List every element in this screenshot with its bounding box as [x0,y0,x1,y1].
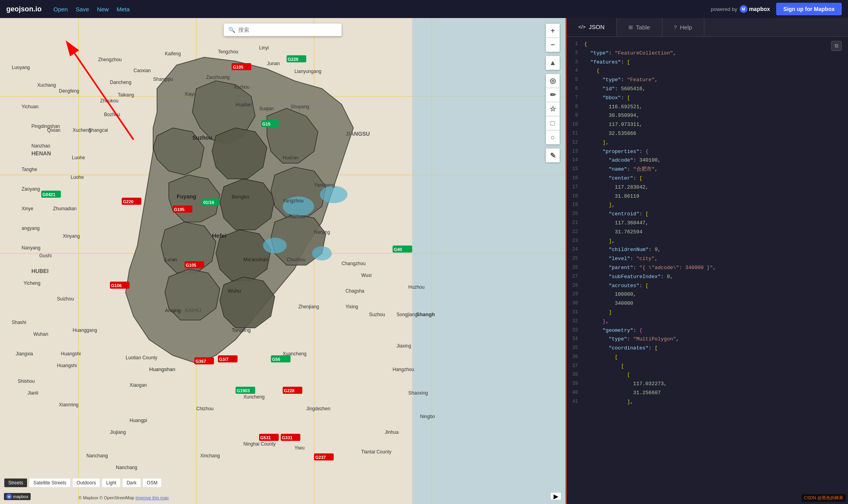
svg-text:Yangzhou: Yangzhou [283,198,303,204]
svg-text:Shashi: Shashi [12,320,26,325]
svg-text:Yiwu: Yiwu [294,445,305,451]
svg-text:Yixing: Yixing [345,304,358,309]
map-style-controls: Streets Satellite Streets Outdoors Light… [4,478,162,488]
line-number: 32 [567,318,584,326]
style-outdoors[interactable]: Outdoors [72,478,100,488]
line-number: 15 [567,166,584,174]
code-line: 3 "features": [ [567,58,848,67]
mapbox-text-small: mapbox [13,494,28,499]
svg-text:Shuyang: Shuyang [291,104,309,109]
style-satellite[interactable]: Satellite Streets [29,478,71,488]
code-line: 27 "subFeatureIndex": 0, [567,273,848,282]
code-line: 40 31.256607 [567,389,848,398]
svg-text:HUBEI: HUBEI [31,268,49,274]
line-tool[interactable]: ✏ [546,88,560,102]
line-content: "childrenNum": 9, [584,246,848,254]
marker-tool[interactable]: ◎ [546,74,560,88]
code-line: 21 117.360447, [567,219,848,228]
zoom-in-button[interactable]: + [546,24,560,38]
tab-help[interactable]: ? Help [662,18,704,36]
map-area[interactable]: Suzhou Fuyang Bengbu Hefei Lu'an Ma'ansh… [0,18,565,504]
line-number: 24 [567,246,584,254]
style-streets[interactable]: Streets [4,478,27,488]
tab-table[interactable]: ⊞ Table [617,18,662,36]
svg-text:Gushi: Gushi [39,253,51,258]
line-content: 117.973311, [584,121,848,129]
line-number: 23 [567,237,584,246]
style-osm[interactable]: OSM [143,478,162,488]
svg-text:Huzhou: Huzhou [408,284,424,290]
svg-text:Jiangxia: Jiangxia [16,351,33,357]
line-content: "type": "MultiPolygon", [584,335,848,344]
svg-text:G106: G106 [111,283,122,288]
rectangle-tool[interactable]: □ [546,116,560,130]
edit-tool[interactable]: ✎ [546,148,560,162]
line-content: "adcode": 340100, [584,156,848,165]
nav-open[interactable]: Open [53,6,68,13]
code-editor[interactable]: 1{2 "type": "FeatureCollection",3 "featu… [567,37,848,504]
svg-text:Kaifeng: Kaifeng [165,51,181,56]
code-line: 4 { [567,67,848,76]
line-number: 18 [567,193,584,201]
svg-text:G56: G56 [272,357,280,362]
line-content: ], [584,237,848,246]
line-number: 14 [567,156,584,165]
json-tab-label: JSON [589,24,605,30]
svg-text:G1903: G1903 [237,388,250,393]
svg-text:Wuhu: Wuhu [228,288,241,294]
code-line: 26 "parent": "{ \"adcode\": 340000 }", [567,264,848,273]
navigation-controls: ▲ [546,56,560,70]
table-tab-icon: ⊞ [629,24,633,30]
svg-text:G105: G105 [174,207,185,212]
svg-text:Tiantai County: Tiantai County [361,449,391,455]
polygon-tool[interactable]: ☆ [546,102,560,116]
svg-text:Changzhou: Changzhou [342,261,366,266]
signup-button[interactable]: Sign up for Mapbox [776,3,842,15]
north-button[interactable]: ▲ [546,56,560,70]
nav-new[interactable]: New [97,6,109,13]
svg-text:G0421: G0421 [42,192,55,197]
line-number: 25 [567,255,584,263]
code-line: 30 340000 [567,299,848,308]
svg-text:Chuzhou: Chuzhou [287,257,305,262]
circle-tool[interactable]: ○ [546,130,560,144]
svg-text:Luohe: Luohe [71,175,84,180]
zoom-out-button[interactable]: − [546,38,560,52]
right-panel: </> JSON ⊞ Table ? Help ⧉ 1{2 "type": "F… [565,18,848,504]
header-nav: Open Save New Meta [53,6,130,13]
copy-button[interactable]: ⧉ [831,41,842,51]
svg-text:G3/7: G3/7 [219,357,228,362]
map-canvas: Suzhou Fuyang Bengbu Hefei Lu'an Ma'ansh… [0,18,565,504]
svg-text:01/16: 01/16 [203,200,214,205]
line-content: "coordinates": [ [584,344,848,353]
nav-save[interactable]: Save [76,6,89,13]
svg-text:G228: G228 [288,57,298,62]
svg-text:Nanjing: Nanjing [314,229,330,235]
line-number: 41 [567,398,584,406]
search-input[interactable] [238,27,337,33]
svg-text:Huangshan: Huangshan [149,366,175,372]
svg-text:Huai'an: Huai'an [283,155,298,160]
svg-text:Hangzhou: Hangzhou [393,367,414,372]
nav-meta[interactable]: Meta [117,6,130,13]
style-light[interactable]: Light [102,478,121,488]
zoom-controls: + − [546,24,560,52]
line-number: 16 [567,175,584,183]
code-line: 14 "adcode": 340100, [567,156,848,165]
line-number: 37 [567,362,584,371]
improve-map-link[interactable]: Improve this map [135,495,168,500]
main-container: Suzhou Fuyang Bengbu Hefei Lu'an Ma'ansh… [0,18,848,504]
line-content: "properties": { [584,148,848,156]
map-expand-button[interactable]: ▶ [550,492,561,500]
code-line: 41 ], [567,398,848,407]
svg-text:JIANGSU: JIANGSU [345,131,370,137]
code-line: 34 "type": "MultiPolygon", [567,335,848,344]
svg-text:Zhengzhou: Zhengzhou [98,57,122,62]
svg-text:Ma'anshan: Ma'anshan [243,257,268,262]
line-content: [ [584,353,848,362]
style-dark[interactable]: Dark [122,478,141,488]
tab-json[interactable]: </> JSON [567,18,617,36]
svg-text:Zaozhuang: Zaozhuang [206,75,230,80]
line-content: ] [584,309,848,317]
svg-text:HENAN: HENAN [31,150,51,156]
